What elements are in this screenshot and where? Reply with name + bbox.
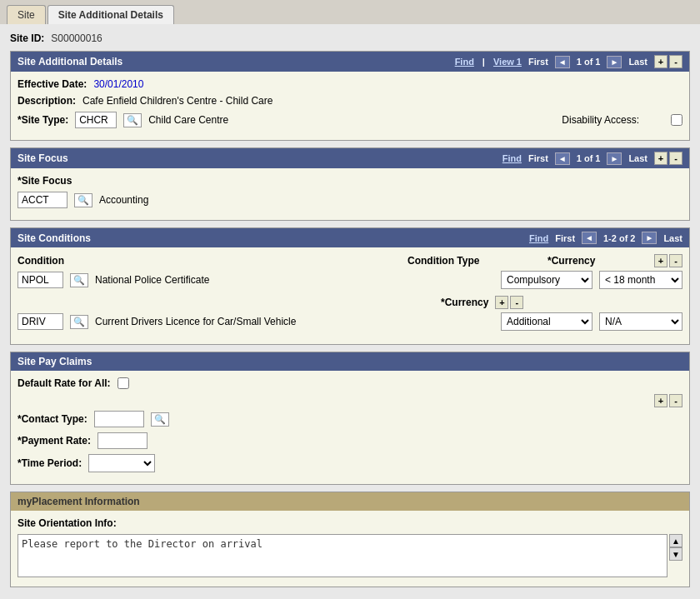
scroll-down-btn[interactable]: ▼ <box>669 547 682 561</box>
my-placement-body: Site Orientation Info: Please report to … <box>11 511 689 587</box>
page-nav-3: 1-2 of 2 <box>603 233 636 243</box>
currency-col-header: *Currency <box>548 255 648 267</box>
site-pay-claims-section: Site Pay Claims Default Rate for All: + … <box>10 352 690 485</box>
time-period-label: *Time Period: <box>18 457 82 469</box>
remove-btn-3[interactable]: - <box>669 254 682 267</box>
site-type-label: *Site Type: <box>18 114 68 126</box>
site-additional-title: Site Additional Details <box>18 56 122 67</box>
find-link-2[interactable]: Find <box>502 153 522 163</box>
first-nav-1[interactable]: First <box>528 57 548 67</box>
add-btn-5[interactable]: + <box>654 394 668 407</box>
site-id-value: S00000016 <box>51 32 102 44</box>
time-period-select[interactable] <box>88 454 155 472</box>
payment-rate-row: *Payment Rate: <box>18 432 682 449</box>
page-nav-1: 1 of 1 <box>577 57 601 67</box>
focus-name: Accounting <box>99 194 148 206</box>
my-placement-title: myPlacement Information <box>18 496 140 507</box>
condition-code-2[interactable] <box>18 313 63 330</box>
condition-search-2[interactable]: 🔍 <box>70 315 88 329</box>
condition-desc-1: National Police Certificate <box>95 274 494 286</box>
my-placement-header: myPlacement Information <box>11 492 689 511</box>
site-type-name: Child Care Centre <box>148 114 228 126</box>
site-pay-claims-header: Site Pay Claims <box>11 352 689 371</box>
currency-select-2[interactable]: N/A < 18 month < 12 month <box>599 312 682 331</box>
disability-label: Disability Access: <box>562 114 639 126</box>
orientation-label: Site Orientation Info: <box>18 517 117 529</box>
last-nav-2[interactable]: Last <box>628 153 648 163</box>
next-nav-2[interactable]: ► <box>607 152 622 165</box>
tab-site-additional[interactable]: Site Additional Details <box>48 5 174 24</box>
add-remove-5: + - <box>654 394 682 407</box>
remove-btn-5[interactable]: - <box>669 394 682 407</box>
currency-select-1[interactable]: < 18 month < 12 month < 6 month <box>599 271 682 289</box>
site-id-label: Site ID: <box>10 32 44 44</box>
description-value: Cafe Enfield Children's Centre - Child C… <box>82 95 272 107</box>
find-link-1[interactable]: Find <box>455 57 474 67</box>
disability-checkbox[interactable] <box>671 114 682 126</box>
add-btn-2[interactable]: + <box>654 152 668 165</box>
condition-type-select-1[interactable]: Compulsory Additional Optional <box>501 271 592 289</box>
orientation-textarea-wrapper: Please report to the Director on arrival… <box>18 534 682 580</box>
remove-btn-4[interactable]: - <box>510 296 523 309</box>
remove-btn-2[interactable]: - <box>669 152 682 165</box>
condition-code-1[interactable] <box>18 272 63 288</box>
description-row: Description: Cafe Enfield Children's Cen… <box>18 95 682 107</box>
time-period-row: *Time Period: <box>18 454 682 472</box>
add-remove-3: + - <box>654 254 682 267</box>
focus-code-input[interactable] <box>18 192 68 208</box>
last-nav-3[interactable]: Last <box>663 233 682 243</box>
site-id-row: Site ID: S00000016 <box>10 31 690 46</box>
default-rate-checkbox[interactable] <box>118 377 129 389</box>
add-btn-3[interactable]: + <box>654 254 668 267</box>
prev-nav-2[interactable]: ◄ <box>555 152 570 165</box>
effective-date-row: Effective Date: 30/01/2010 <box>18 78 682 90</box>
focus-value-row: 🔍 Accounting <box>18 192 682 208</box>
description-label: Description: <box>18 95 76 107</box>
next-nav-3[interactable]: ► <box>642 232 657 244</box>
condition-search-1[interactable]: 🔍 <box>70 273 88 287</box>
tab-site[interactable]: Site <box>7 5 46 24</box>
site-pay-claims-title: Site Pay Claims <box>18 356 92 367</box>
site-type-search-btn[interactable]: 🔍 <box>123 113 142 127</box>
add-btn-4[interactable]: + <box>495 296 508 309</box>
default-rate-label: Default Rate for All: <box>18 377 111 389</box>
site-focus-header: Site Focus Find First ◄ 1 of 1 ► Last + … <box>11 148 689 168</box>
last-nav-1[interactable]: Last <box>628 57 648 67</box>
first-nav-2[interactable]: First <box>528 153 548 163</box>
remove-btn-1[interactable]: - <box>669 55 682 68</box>
contact-type-label: *Contact Type: <box>18 413 88 425</box>
add-remove-2: + - <box>654 152 682 165</box>
effective-date-value: 30/01/2010 <box>93 78 143 90</box>
contact-type-input[interactable] <box>94 411 144 427</box>
site-focus-nav: Find First ◄ 1 of 1 ► Last + - <box>502 152 682 165</box>
condition-col-header: Condition <box>18 255 118 267</box>
focus-search-btn[interactable]: 🔍 <box>74 193 92 207</box>
scroll-up-btn[interactable]: ▲ <box>669 534 682 547</box>
first-nav-3[interactable]: First <box>555 233 575 243</box>
condition-desc-2: Current Drivers Licence for Car/Small Ve… <box>95 316 494 327</box>
add-btn-1[interactable]: + <box>654 55 668 68</box>
condition-type-select-2[interactable]: Additional Compulsory Optional <box>501 312 592 331</box>
payment-rate-input[interactable] <box>98 432 148 449</box>
prev-nav-1[interactable]: ◄ <box>555 56 570 68</box>
orientation-label-row: Site Orientation Info: <box>18 517 682 529</box>
orientation-textarea[interactable]: Please report to the Director on arrival <box>18 534 668 577</box>
view-1-link[interactable]: View 1 <box>493 57 522 67</box>
site-conditions-title: Site Conditions <box>18 232 91 244</box>
site-additional-header: Site Additional Details Find | View 1 Fi… <box>11 52 689 72</box>
condition-row-2: 🔍 Current Drivers Licence for Car/Small … <box>18 312 682 331</box>
site-pay-claims-body: Default Rate for All: + - *Contact Type:… <box>11 371 689 484</box>
focus-field-label: *Site Focus <box>18 175 72 187</box>
site-type-row: *Site Type: 🔍 Child Care Centre Disabili… <box>18 112 682 128</box>
prev-nav-3[interactable]: ◄ <box>582 232 597 244</box>
site-type-input[interactable] <box>75 112 117 128</box>
focus-label-row: *Site Focus <box>18 175 682 187</box>
contact-type-row: *Contact Type: 🔍 <box>18 411 682 427</box>
site-focus-section: Site Focus Find First ◄ 1 of 1 ► Last + … <box>10 147 690 221</box>
tab-bar: Site Site Additional Details <box>0 0 700 24</box>
find-link-3[interactable]: Find <box>529 233 548 243</box>
site-conditions-nav: Find First ◄ 1-2 of 2 ► Last <box>529 232 682 244</box>
site-additional-nav: Find | View 1 First ◄ 1 of 1 ► Last + - <box>455 55 682 68</box>
contact-type-search[interactable]: 🔍 <box>151 412 169 427</box>
next-nav-1[interactable]: ► <box>607 56 622 68</box>
